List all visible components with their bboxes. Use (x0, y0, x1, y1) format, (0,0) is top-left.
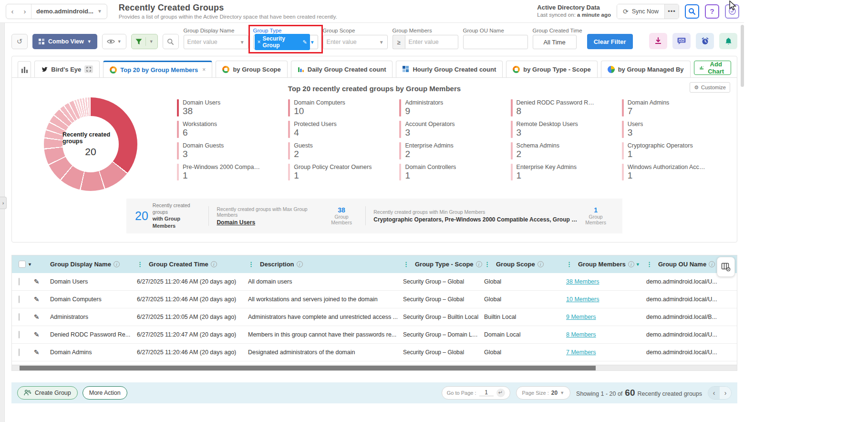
clear-filter-button[interactable]: Clear Filter (587, 34, 633, 49)
members-link[interactable]: 9 Members (566, 314, 596, 320)
vertical-scrollbar[interactable] (741, 25, 744, 416)
column-header-group-scope[interactable]: ⋮Group Scope (484, 255, 566, 273)
global-search-button[interactable] (685, 4, 699, 19)
column-header-group-type-scope[interactable]: ⋮Group Type - Scope (403, 255, 484, 273)
tab-bird-s-eye[interactable]: Bird's Eye (34, 61, 100, 77)
legend-item[interactable]: Enterprise Key Admins1 (511, 164, 613, 181)
sync-now-button[interactable]: ⟳ Sync Now (617, 4, 664, 19)
column-header-group-created-time[interactable]: ⋮Group Created Time (137, 255, 248, 273)
column-header-description[interactable]: ⋮Description (248, 255, 403, 273)
next-page-button[interactable]: › (720, 387, 731, 399)
combo-view-button[interactable]: Combo View ▼ (32, 34, 97, 49)
legend-item[interactable]: Guests2 (288, 142, 391, 159)
legend-item[interactable]: Account Operators3 (399, 121, 502, 138)
group-ou-name-input[interactable] (463, 35, 528, 49)
group-display-name-select[interactable]: Enter value ▼ (184, 35, 248, 49)
row-checkbox[interactable] (19, 348, 20, 356)
row-checkbox[interactable] (19, 278, 20, 285)
column-header-group-members[interactable]: ⋮Group Members▾ (566, 255, 646, 273)
tab-daily-group-created-count[interactable]: Daily Group Created count (291, 61, 393, 77)
nav-back-button[interactable]: ‹ (6, 4, 19, 19)
chart-list-button[interactable] (18, 61, 31, 77)
prev-page-button[interactable]: ‹ (708, 387, 720, 399)
legend-item[interactable]: Pre-Windows 2000 Compati...1 (177, 164, 279, 181)
table-row[interactable]: ✎Administrators6/27/2025 11:20:05 AM (20… (12, 308, 737, 326)
legend-item[interactable]: Domain Admins7 (622, 99, 724, 116)
edit-icon[interactable]: ✎ (34, 295, 40, 303)
select-menu-caret-icon[interactable]: ▾ (29, 262, 31, 267)
row-checkbox[interactable] (19, 295, 20, 303)
column-drag-handle[interactable]: ⋮ (484, 261, 490, 268)
table-row[interactable]: ✎Denied RODC Password Re...6/27/2025 11:… (12, 326, 737, 344)
tab-top-20-by-group-members[interactable]: Top 20 by Group Members× (103, 61, 212, 77)
legend-item[interactable]: Domain Users38 (177, 99, 279, 116)
legend-item[interactable]: Denied RODC Password Rep...8 (511, 99, 613, 116)
summary-max-value-link[interactable]: Domain Users (217, 219, 319, 226)
legend-item[interactable]: Protected Users4 (288, 121, 391, 138)
members-operator-button[interactable]: ≥ (393, 35, 405, 49)
members-link[interactable]: 7 Members (566, 349, 596, 356)
table-row[interactable]: ✎Domain Computers6/27/2025 11:20:46 AM (… (12, 291, 737, 308)
column-settings-button[interactable] (717, 257, 735, 277)
table-row[interactable]: ✎Domain Admins6/27/2025 11:20:46 AM (20 … (12, 344, 737, 361)
goto-page-input[interactable] (479, 389, 494, 396)
tab-by-group-managed-by[interactable]: by Group Managed By (601, 61, 691, 77)
alerts-button[interactable] (719, 33, 737, 49)
view-visibility-button[interactable]: ▼ (102, 34, 126, 49)
schedule-button[interactable] (696, 33, 714, 49)
goto-page-submit[interactable]: ↵ (496, 389, 505, 397)
created-time-button[interactable]: All Time (533, 35, 577, 49)
legend-item[interactable]: Administrators9 (399, 99, 502, 116)
column-drag-handle[interactable]: ⋮ (566, 261, 572, 268)
edit-icon[interactable]: ✎ (34, 313, 40, 321)
add-chart-button[interactable]: Add Chart (694, 61, 731, 75)
edit-icon[interactable]: ✎ (34, 331, 40, 338)
summary-min-value[interactable]: Cryptographic Operators, Pre-Windows 200… (373, 216, 579, 223)
column-header-group-display-name[interactable]: Group Display Name (50, 255, 137, 273)
edit-icon[interactable]: ✎ (34, 348, 40, 356)
legend-item[interactable]: Group Policy Creator Owners1 (288, 164, 391, 181)
group-type-select[interactable]: × Security Group ✎ ▼ (253, 35, 318, 49)
feedback-button[interactable] (672, 33, 691, 49)
tab-hourly-group-created-count[interactable]: Hourly Group Created count (396, 61, 503, 77)
legend-item[interactable]: Users3 (622, 121, 724, 138)
tab-by-group-type-scope[interactable]: by Group Type - Scope (506, 61, 597, 77)
edit-icon[interactable]: ✎ (34, 278, 40, 285)
column-drag-handle[interactable]: ⋮ (137, 261, 143, 268)
expand-sidebar-handle[interactable]: › (0, 197, 7, 209)
customize-button[interactable]: ⚙ Customize (690, 82, 730, 93)
column-drag-handle[interactable]: ⋮ (403, 261, 409, 268)
vertical-scrollbar-thumb[interactable] (741, 25, 744, 87)
members-link[interactable]: 10 Members (566, 296, 599, 303)
row-checkbox[interactable] (19, 313, 20, 321)
legend-item[interactable]: Schema Admins2 (511, 142, 613, 159)
legend-item[interactable]: Domain Guests3 (177, 142, 279, 159)
group-scope-select[interactable]: Enter value ▼ (323, 35, 388, 49)
members-link[interactable]: 38 Members (566, 278, 599, 285)
reset-view-button[interactable]: ↺ (11, 34, 28, 49)
filter-toggle-button[interactable]: ▼ (131, 34, 158, 49)
close-tab-icon[interactable]: × (202, 66, 206, 73)
donut-ring[interactable]: Recently created groups 20 (44, 97, 137, 191)
legend-item[interactable]: Workstations6 (177, 121, 279, 138)
tenant-selector[interactable]: demo.admindroid... ▼ (31, 4, 107, 19)
column-drag-handle[interactable]: ⋮ (248, 261, 254, 268)
expand-icon[interactable] (84, 65, 93, 73)
legend-item[interactable]: Windows Authorization Acce...1 (622, 164, 724, 181)
sort-caret-icon[interactable]: ▾ (637, 262, 639, 267)
horizontal-scrollbar-thumb[interactable] (20, 366, 596, 370)
remove-chip-icon[interactable]: × (258, 39, 261, 45)
page-size-select[interactable]: Page Size : 20 ▼ (516, 386, 571, 400)
members-link[interactable]: 8 Members (566, 331, 596, 338)
export-button[interactable] (649, 33, 667, 49)
table-row[interactable]: ✎Domain Users6/27/2025 11:20:46 AM (20 d… (12, 273, 737, 291)
create-group-button[interactable]: Create Group (17, 386, 78, 400)
donut-chart[interactable]: Recently created groups 20 (31, 97, 150, 191)
legend-item[interactable]: Domain Controllers1 (399, 164, 502, 181)
nav-forward-button[interactable]: › (19, 4, 31, 19)
legend-item[interactable]: Enterprise Admins2 (399, 142, 502, 159)
help-button[interactable]: ? (705, 4, 719, 19)
group-members-input[interactable]: Enter value (405, 35, 458, 49)
legend-item[interactable]: Remote Desktop Users3 (511, 121, 613, 138)
quick-search-button[interactable] (163, 34, 179, 49)
